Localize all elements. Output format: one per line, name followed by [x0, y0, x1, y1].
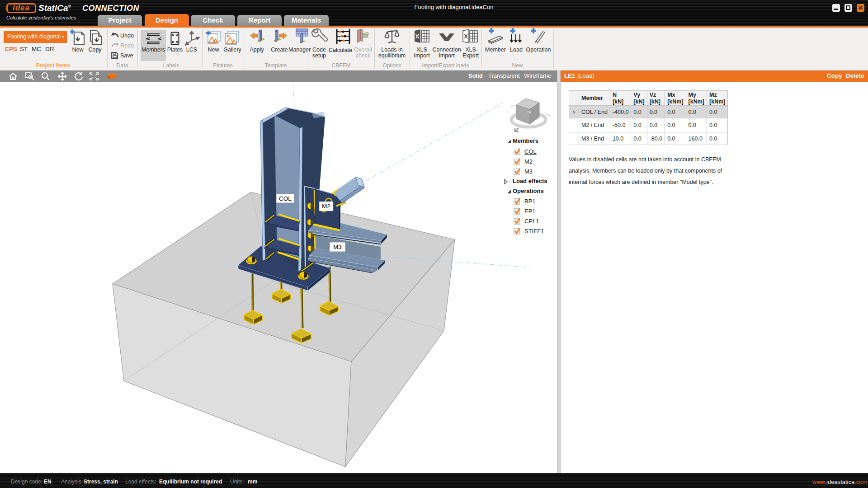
svg-text:M3: M3 — [333, 244, 342, 250]
svg-text:X: X — [415, 33, 420, 40]
svg-text:COL: COL — [279, 195, 292, 202]
svg-text:M2: M2 — [322, 203, 330, 210]
svg-text:X: X — [464, 33, 468, 40]
svg-text:+y: +y — [527, 110, 531, 114]
